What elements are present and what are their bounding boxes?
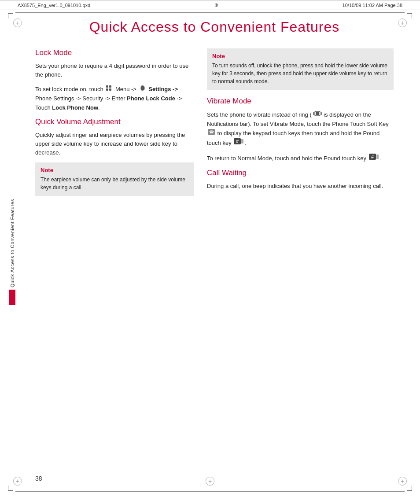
lock-mode-title: Lock Mode [35,48,194,57]
gear-icon [139,85,146,94]
crop-mark-tr [407,13,412,18]
reg-mark-br [398,477,407,486]
header-center-icon: ⊕ [214,2,218,8]
call-waiting-text: During a call, one beep indicates that y… [207,182,394,191]
sidebar-text-wrap: Quick Access to Convenient Features [9,199,15,305]
svg-text:#: # [371,154,374,159]
svg-text:☎: ☎ [209,130,214,134]
svg-rect-0 [106,85,108,88]
pound-icon-2: # [369,154,379,163]
vibrate-mode-title: Vibrate Mode [207,97,394,106]
lock-mode-para2: To set lock mode on, touch Menu -> [35,85,194,112]
lock-mode-prefix: To set lock mode on, touch [35,86,103,92]
reg-mark-bm [206,477,214,486]
crop-mark-br [407,486,412,491]
right-note-title: Note [212,53,388,59]
vibrate-mode-para1: Sets the phone to vibrate instead of rin… [207,110,394,148]
svg-rect-6 [316,112,319,115]
page-header: AX8575_Eng_ver1.0_091010.qxd ⊕ 10/10/09 … [0,0,420,10]
left-note-box: Note The earpiece volume can only be adj… [35,162,194,196]
sidebar-container: Quick Access to Convenient Features [0,0,24,504]
svg-text:#: # [236,139,239,144]
two-column-layout: Lock Mode Sets your phone to require a 4… [35,48,394,203]
bottom-rule [15,491,405,492]
left-note-title: Note [41,167,188,173]
quick-volume-title: Quick Volume Adjustment [35,118,194,126]
left-note-text: The earpiece volume can only be adjusted… [41,176,188,191]
header-right: 10/10/09 11:02 AM Page 38 [343,3,402,8]
svg-rect-2 [106,88,108,91]
sidebar-label: Quick Access to Convenient Features [10,199,15,287]
reg-mark-tr [398,18,407,27]
pound-icon-1: # [234,138,243,148]
svg-rect-3 [109,88,111,91]
vibrate-icon [313,110,322,120]
sidebar-accent-bar [9,290,15,305]
right-note-box: Note To turn sounds off, unlock the phon… [207,48,394,90]
lock-mode-para1: Sets your phone to require a 4 digit pas… [35,62,194,79]
menu-icon [106,85,113,94]
header-left: AX8575_Eng_ver1.0_091010.qxd [18,3,90,8]
left-column: Lock Mode Sets your phone to require a 4… [35,48,194,203]
top-rule [15,12,405,13]
quick-volume-text: Quickly adjust ringer and earpiece volum… [35,131,194,157]
page-number: 38 [35,475,42,482]
content-area: Quick Access to Convenient Features Lock… [35,10,394,203]
phone-soft-key-icon: ☎ [207,129,215,138]
svg-rect-13 [241,139,243,143]
svg-rect-1 [109,85,111,88]
lock-menu-label: Menu -> [115,86,136,92]
lock-settings-label: Settings -> [148,86,178,92]
right-column: Note To turn sounds off, unlock the phon… [207,48,394,203]
call-waiting-title: Call Waiting [207,169,394,177]
page-title: Quick Access to Convenient Features [35,19,394,35]
right-note-text: To turn sounds off, unlock the phone, pr… [212,62,388,85]
lock-rest: Phone Settings -> Security -> Enter Phon… [35,95,182,110]
vibrate-mode-para2: To return to Normal Mode, touch and hold… [207,154,394,163]
svg-rect-16 [376,155,379,159]
